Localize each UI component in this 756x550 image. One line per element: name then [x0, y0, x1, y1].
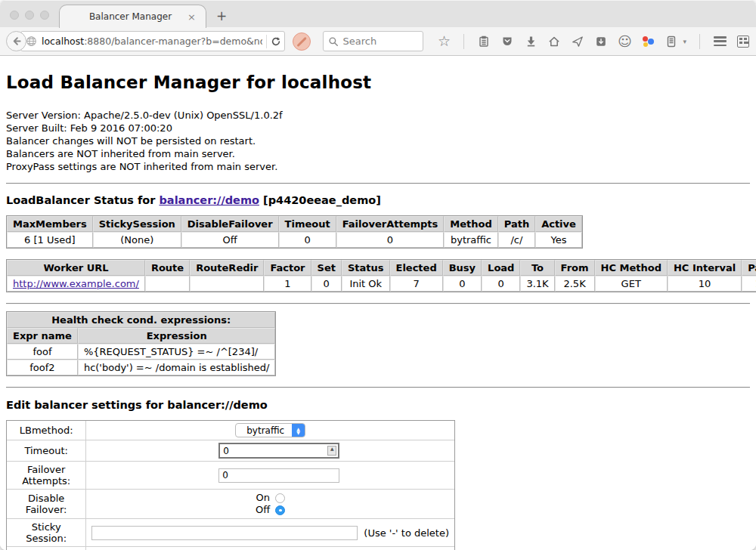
chevron-down-icon[interactable]: ▾: [683, 38, 686, 45]
note-inherit-proxypass: ProxyPass settings are NOT inherited fro…: [6, 160, 750, 173]
loadbalancer-status-heading: LoadBalancer Status for balancer://demo …: [6, 194, 750, 206]
back-arrow-icon: [11, 36, 22, 47]
send-page-icon[interactable]: [571, 35, 584, 48]
sticky-session-hint: (Use '-' to delete): [364, 527, 449, 539]
worker-value-row: http://www.example.com/ 1 0 Init Ok 7 0 …: [7, 276, 756, 292]
note-persist: Balancer changes will NOT be persisted o…: [6, 134, 750, 147]
on-label: On: [256, 492, 269, 504]
balancer-status-table: MaxMembers StickySession DisableFailover…: [6, 215, 583, 249]
off-label: Off: [256, 504, 270, 516]
lbmethod-selected-value: bytraffic: [236, 424, 292, 437]
tab-bar: Balancer Manager × +: [0, 0, 756, 27]
bookmark-star-icon[interactable]: ☆: [437, 35, 451, 48]
failover-attempts-input[interactable]: [218, 468, 339, 483]
health-title-row: Health check cond. expressions:: [7, 312, 275, 328]
grid-icon[interactable]: [736, 35, 750, 48]
balancer-header-row: MaxMembers StickySession DisableFailover…: [7, 216, 582, 232]
zoom-window-button[interactable]: [40, 11, 49, 20]
site-identity-globe-icon[interactable]: [26, 36, 37, 47]
downloads-icon[interactable]: [524, 35, 538, 48]
url-text: localhost:8880/balancer-manager?b=demo&n…: [42, 36, 262, 47]
sticky-session-row: Sticky Session: (Use '-' to delete): [7, 519, 454, 547]
search-input[interactable]: [342, 36, 418, 47]
toolbar-icons: ☆ ☺: [437, 34, 750, 49]
health-check-table: Health check cond. expressions: Expr nam…: [6, 311, 276, 376]
panel-icon[interactable]: [665, 35, 678, 48]
pocket-icon[interactable]: [500, 35, 514, 48]
content-blocked-icon[interactable]: [293, 32, 311, 51]
navigation-toolbar: localhost:8880/balancer-manager?b=demo&n…: [0, 27, 756, 56]
server-version: Server Version: Apache/2.5.0-dev (Unix) …: [6, 109, 750, 122]
divider: [6, 387, 750, 388]
note-inherit-balancers: Balancers are NOT inherited from main se…: [6, 147, 750, 160]
sticky-session-label: Sticky Session:: [7, 519, 86, 547]
home-icon[interactable]: [547, 35, 561, 48]
server-info: Server Version: Apache/2.5.0-dev (Unix) …: [6, 109, 750, 173]
divider: [6, 183, 750, 184]
balancer-demo-link[interactable]: balancer://demo: [159, 194, 259, 206]
url-bar[interactable]: localhost:8880/balancer-manager?b=demo&n…: [20, 31, 285, 51]
tab-balancer-manager[interactable]: Balancer Manager ×: [59, 5, 206, 28]
tab-title: Balancer Manager: [60, 11, 187, 22]
health-header-row: Expr name Expression: [7, 328, 275, 344]
disable-failover-on-radio[interactable]: [275, 493, 285, 503]
edit-balancer-form: LBmethod: bytraffic ▲▼ Timeout: ▲: [6, 420, 455, 550]
server-built: Server Built: Feb 9 2016 07:00:20: [6, 122, 750, 134]
minimize-window-button[interactable]: [25, 11, 34, 20]
timeout-label: Timeout:: [7, 440, 86, 462]
window-controls: [10, 11, 49, 20]
url-path: :8880/balancer-manager?b=demo&nonce=decc…: [84, 36, 262, 47]
add-worker-row: Add New Worker: Are you sure?: [7, 547, 454, 550]
chat-smiley-icon[interactable]: ☺: [618, 35, 631, 48]
failover-attempts-label: Failover Attempts:: [7, 462, 86, 490]
disable-failover-label: Disable Failover:: [7, 490, 86, 519]
close-window-button[interactable]: [10, 11, 19, 20]
timeout-row: Timeout: ▲: [7, 440, 454, 462]
search-bar[interactable]: [323, 31, 423, 51]
worker-url-link[interactable]: http://www.example.com/: [13, 278, 139, 289]
search-icon: [328, 36, 339, 47]
url-host: localhost: [42, 36, 84, 47]
bookmarks-menu-icon[interactable]: [477, 35, 491, 48]
number-spinner-icon[interactable]: ▲: [327, 446, 336, 456]
edit-balancer-heading: Edit balancer settings for balancer://de…: [6, 399, 750, 411]
add-worker-label: Add New Worker:: [7, 547, 86, 550]
new-tab-button[interactable]: +: [216, 8, 227, 23]
close-tab-icon[interactable]: ×: [187, 11, 201, 23]
disable-failover-row: Disable Failover: On Off: [7, 490, 454, 519]
page-content: Load Balancer Manager for localhost Serv…: [0, 56, 756, 550]
lbmethod-row: LBmethod: bytraffic ▲▼: [7, 421, 454, 440]
back-button[interactable]: [6, 31, 26, 51]
disable-failover-off-radio[interactable]: [275, 505, 285, 515]
reload-icon[interactable]: [271, 36, 281, 47]
select-stepper-icon: ▲▼: [292, 424, 305, 437]
sticky-session-input[interactable]: [91, 526, 358, 540]
lbmethod-label: LBmethod:: [7, 421, 86, 440]
failover-attempts-row: Failover Attempts:: [7, 462, 454, 490]
divider: [6, 303, 750, 304]
save-to-device-icon[interactable]: [594, 35, 608, 48]
timeout-input[interactable]: [218, 443, 339, 459]
balancer-value-row: 6 [1 Used] (None) Off 0 0 bytraffic /c/ …: [7, 232, 582, 248]
health-row-foof2: foof2 hc('body') =~ /domain is establish…: [7, 360, 275, 375]
worker-header-row: Worker URL Route RouteRedir Factor Set S…: [7, 260, 756, 276]
lbmethod-select[interactable]: bytraffic ▲▼: [235, 423, 305, 437]
health-row-foof: foof %{REQUEST_STATUS} =~ /^[234]/: [7, 344, 275, 360]
browser-window: Balancer Manager × + localhost:8880/bala…: [0, 0, 756, 550]
menu-hamburger-icon[interactable]: [713, 35, 727, 48]
firefox-hello-dots-icon[interactable]: [641, 35, 655, 48]
page-title: Load Balancer Manager for localhost: [6, 73, 750, 92]
worker-table: Worker URL Route RouteRedir Factor Set S…: [6, 259, 756, 292]
